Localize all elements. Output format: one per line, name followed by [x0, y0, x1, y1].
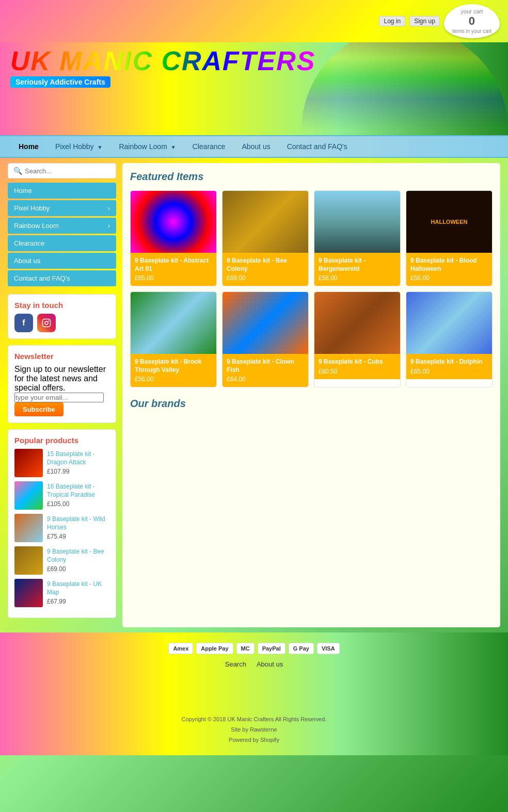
product-thumbnail — [14, 579, 43, 607]
product-image — [223, 191, 308, 253]
product-image — [314, 292, 400, 354]
footer-payments: Amex Apple Pay MC PayPal G Pay VISA Sear… — [0, 632, 508, 694]
newsletter-title: Newsletter — [14, 352, 109, 361]
product-name: 9 Baseplate kit - Blood Halloween — [410, 257, 488, 273]
nav-link-clearance[interactable]: Clearance — [184, 136, 234, 157]
product-price: £65.00 — [135, 274, 212, 282]
footer-search-link[interactable]: Search — [225, 660, 246, 668]
copyright-text: Copyright © 2018 UK Manic Crafters All R… — [10, 714, 498, 745]
product-thumbnail — [14, 449, 43, 477]
list-item[interactable]: 9 Baseplate kit - Brook Through Valley £… — [130, 291, 217, 387]
amex-icon: Amex — [168, 643, 193, 654]
product-thumbnail — [14, 514, 43, 542]
list-item[interactable]: 9 Baseplate kit - Cubs £60.50 — [314, 291, 401, 387]
product-link[interactable]: 9 Baseplate kit - UK Map — [47, 580, 109, 596]
applepay-icon: Apple Pay — [196, 643, 233, 654]
nav-item-rainbow-loom[interactable]: Rainbow Loom ▼ — [110, 136, 184, 157]
product-link[interactable]: 15 Baseplate kit - Dragon Attack — [47, 450, 109, 466]
products-grid: 9 Baseplate kit - Abstract Art 01 £65.00… — [130, 190, 493, 387]
product-price: £60.50 — [319, 368, 396, 375]
list-item[interactable]: 9 Baseplate kit - Clown Fish £64.00 — [222, 291, 309, 387]
search-box[interactable]: 🔍 — [8, 163, 116, 178]
search-input[interactable] — [25, 167, 110, 175]
footer-about-link[interactable]: About us — [257, 660, 283, 668]
nav-item-about[interactable]: About us — [233, 136, 278, 157]
cart-label: items in your cart — [452, 28, 491, 34]
dropdown-arrow: ▼ — [171, 144, 176, 150]
sidebar-item-contact[interactable]: Contact and FAQ's — [8, 270, 116, 286]
list-item: 15 Baseplate kit - Dragon Attack £107.99 — [14, 449, 109, 477]
sidebar-item-clearance[interactable]: Clearance — [8, 235, 116, 251]
nav-item-pixel-hobby[interactable]: Pixel Hobby ▼ — [47, 136, 111, 157]
list-item[interactable]: HALLOWEEN 9 Baseplate kit - Blood Hallow… — [406, 190, 493, 286]
popular-products-section: Popular products 15 Baseplate kit - Drag… — [8, 429, 116, 618]
product-info: 9 Baseplate kit - Cubs £60.50 — [314, 354, 400, 379]
nav-item-contact[interactable]: Contact and FAQ's — [279, 136, 356, 157]
nav-link-contact[interactable]: Contact and FAQ's — [279, 136, 356, 157]
facebook-icon[interactable]: f — [14, 314, 33, 332]
product-image: HALLOWEEN — [406, 191, 492, 253]
main-content: Featured Items 9 Baseplate kit - Abstrac… — [122, 163, 500, 627]
sidebar-item-rainbow-loom[interactable]: Rainbow Loom › — [8, 218, 116, 234]
product-info: 9 Baseplate kit - Brook Through Valley £… — [131, 354, 216, 387]
product-link[interactable]: 9 Baseplate kit - Wild Horses — [47, 515, 109, 531]
list-item: 9 Baseplate kit - Bee Colony £69.00 — [14, 546, 109, 575]
search-icon: 🔍 — [13, 167, 22, 175]
product-info: 9 Baseplate kit - Wild Horses £75.49 — [47, 515, 109, 541]
main-container: 🔍 Home Pixel Hobby › Rainbow Loom › Clea… — [0, 158, 508, 632]
payment-icons: Amex Apple Pay MC PayPal G Pay VISA — [10, 643, 498, 654]
product-price: £67.99 — [47, 598, 66, 605]
site-logo[interactable]: UK MANIC CRAFTERS — [10, 47, 316, 74]
nav-item-clearance[interactable]: Clearance — [184, 136, 234, 157]
product-price: £69.00 — [227, 274, 304, 282]
svg-rect-0 — [43, 319, 51, 327]
nav-link-home[interactable]: Home — [10, 136, 47, 157]
list-item[interactable]: 9 Baseplate kit - Dolphin £65.00 — [406, 291, 493, 387]
product-image — [314, 191, 400, 253]
login-link[interactable]: Log in — [379, 16, 405, 26]
instagram-icon[interactable] — [37, 314, 56, 332]
product-name: 9 Baseplate kit - Brook Through Valley — [135, 358, 212, 374]
product-name: 9 Baseplate kit - Bergenwereld — [319, 257, 396, 273]
product-info: 15 Baseplate kit - Dragon Attack £107.99 — [47, 450, 109, 476]
nav-link-about[interactable]: About us — [233, 136, 278, 157]
signup-link[interactable]: Sign up — [409, 16, 440, 26]
cart-count: 0 — [452, 14, 491, 28]
footer-bottom: Copyright © 2018 UK Manic Crafters All R… — [0, 694, 508, 755]
product-price: £56.00 — [410, 274, 488, 282]
nav-link-rainbow-loom[interactable]: Rainbow Loom ▼ — [110, 136, 184, 157]
product-price: £69.00 — [47, 565, 66, 573]
product-link[interactable]: 9 Baseplate kit - Bee Colony — [47, 548, 109, 564]
product-price: £75.49 — [47, 533, 66, 540]
product-info: 9 Baseplate kit - UK Map £67.99 — [47, 580, 109, 606]
list-item[interactable]: 9 Baseplate kit - Bee Colony £69.00 — [222, 190, 309, 286]
nav-item-home[interactable]: Home — [10, 136, 47, 157]
product-info: 9 Baseplate kit - Bee Colony £69.00 — [47, 548, 109, 573]
cart-widget[interactable]: your cart 0 items in your cart — [444, 4, 500, 38]
site-header: UK MANIC CRAFTERS Seriously Addictive Cr… — [0, 42, 508, 135]
sidebar-item-home[interactable]: Home — [8, 183, 116, 199]
dropdown-arrow: ▼ — [98, 144, 103, 150]
product-link[interactable]: 16 Baseplate kit - Tropical Paradise — [47, 483, 109, 499]
subscribe-button[interactable]: Subscribe — [14, 402, 64, 416]
list-item[interactable]: 9 Baseplate kit - Abstract Art 01 £65.00 — [130, 190, 217, 286]
svg-point-2 — [48, 320, 49, 321]
sidebar-item-pixel-hobby[interactable]: Pixel Hobby › — [8, 200, 116, 216]
mastercard-icon: MC — [236, 643, 255, 654]
product-image — [406, 292, 492, 354]
list-item[interactable]: 9 Baseplate kit - Bergenwereld £56.00 — [314, 190, 401, 286]
product-price: £56.00 — [135, 376, 212, 383]
sidebar-item-about[interactable]: About us — [8, 253, 116, 269]
visa-icon: VISA — [317, 643, 340, 654]
svg-point-1 — [45, 321, 48, 324]
nav-link-pixel-hobby[interactable]: Pixel Hobby ▼ — [47, 136, 111, 157]
list-item: 9 Baseplate kit - Wild Horses £75.49 — [14, 514, 109, 542]
chevron-right-icon: › — [108, 222, 110, 230]
site-tagline: Seriously Addictive Crafts — [10, 76, 110, 88]
product-thumbnail — [14, 481, 43, 510]
product-info: 9 Baseplate kit - Abstract Art 01 £65.00 — [131, 253, 216, 286]
product-name: 9 Baseplate kit - Cubs — [319, 358, 396, 366]
popular-products-title: Popular products — [14, 436, 109, 445]
newsletter-email-input[interactable] — [14, 393, 104, 402]
product-price: £64.00 — [227, 376, 304, 383]
